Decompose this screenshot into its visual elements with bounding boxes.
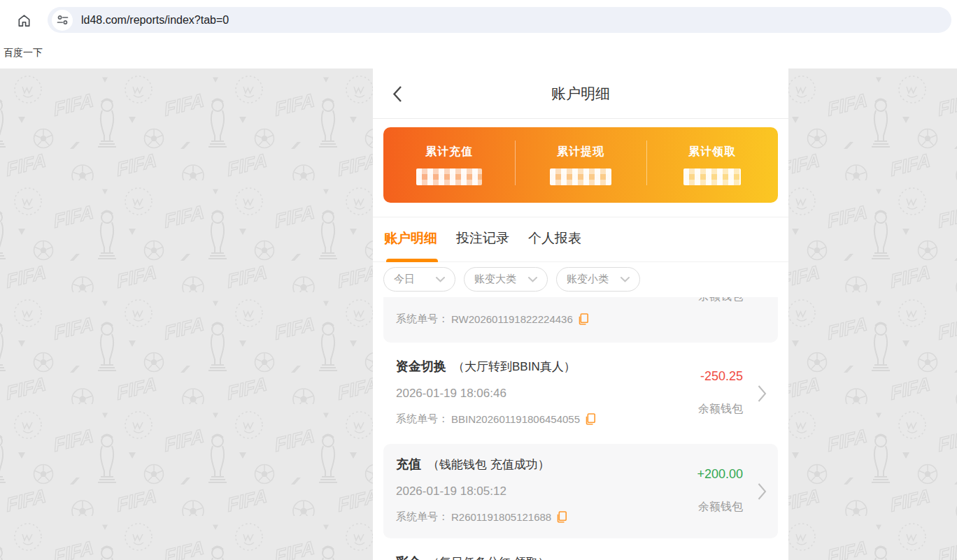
transaction-amount: +200.00 <box>697 467 743 481</box>
stat-total-claim: 累计领取 <box>646 145 778 185</box>
order-label: 系统单号： <box>396 313 448 326</box>
chevron-right-icon <box>758 482 767 501</box>
home-button[interactable] <box>15 11 33 29</box>
tab-personal-report[interactable]: 个人报表 <box>528 229 581 247</box>
wallet-label: 余额钱包 <box>698 402 743 417</box>
stat-total-deposit: 累计充值 <box>383 145 515 185</box>
filters-bar: 今日 账变大类 账变小类 <box>373 262 788 297</box>
order-label: 系统单号： <box>396 510 448 524</box>
filter-label: 账变大类 <box>474 273 516 286</box>
wallet-label: 余额钱包 <box>697 500 743 515</box>
stats-card: 累计充值 累计提现 累计领取 <box>383 127 778 203</box>
chevron-down-icon <box>436 277 445 282</box>
filter-label: 今日 <box>394 273 415 286</box>
transaction-type: 充值 <box>396 457 421 471</box>
transaction-note: （大厅转到BBIN真人） <box>453 360 576 373</box>
transaction-type: 资金切换 <box>396 359 446 373</box>
stat-label: 累计领取 <box>646 145 778 159</box>
transaction-row[interactable]: 资金切换（大厅转到BBIN真人） 2026-01-19 18:06:46 系统单… <box>383 346 778 440</box>
transaction-type: 彩金 <box>396 555 421 560</box>
wallet-label: 余额钱包 <box>698 297 743 304</box>
filter-major-category-select[interactable]: 账变大类 <box>464 267 548 292</box>
filter-minor-category-select[interactable]: 账变小类 <box>556 267 640 292</box>
stat-label: 累计提现 <box>515 145 646 159</box>
stat-total-withdraw: 累计提现 <box>515 145 646 185</box>
browser-toolbar: ld48.com/reports/index?tab=0 <box>0 0 957 39</box>
page-title: 账户明细 <box>373 69 788 118</box>
site-settings-button[interactable] <box>52 10 73 31</box>
transaction-row[interactable]: 2026-01-19 18:22:22 系统单号：RW2026011918222… <box>383 297 778 343</box>
filter-date-select[interactable]: 今日 <box>383 267 455 292</box>
transaction-amount: -250.25 <box>700 369 743 383</box>
redacted-value <box>683 168 741 185</box>
order-number: BBIN202601191806454055 <box>451 413 580 425</box>
stats-section: 累计充值 累计提现 累计领取 <box>373 119 788 217</box>
panel-header: 账户明细 <box>373 69 788 119</box>
stat-label: 累计充值 <box>383 145 515 159</box>
tab-account-detail[interactable]: 账户明细 <box>384 229 437 247</box>
tabs-bar: 账户明细 投注记录 个人报表 <box>373 217 788 262</box>
page-background: FIFA <box>0 69 957 560</box>
home-icon <box>16 13 32 29</box>
transaction-note: （钱能钱包 充值成功） <box>427 458 550 471</box>
transaction-list: 2026-01-19 18:22:22 系统单号：RW2026011918222… <box>383 297 778 560</box>
chevron-right-icon <box>758 385 767 403</box>
url-bar[interactable]: ld48.com/reports/index?tab=0 <box>48 7 951 33</box>
order-number: RW202601191822224436 <box>451 313 573 325</box>
order-number: R2601191805121688 <box>451 511 551 523</box>
tab-bet-records[interactable]: 投注记录 <box>456 229 509 247</box>
transaction-row[interactable]: 彩金（每日任务分红 领取） <box>383 542 778 560</box>
chevron-down-icon <box>621 277 630 282</box>
bookmark-baidu[interactable]: 百度一下 <box>3 47 43 59</box>
transaction-row[interactable]: 充值（钱能钱包 充值成功） 2026-01-19 18:05:12 系统单号：R… <box>383 444 778 538</box>
transaction-note: （每日任务分红 领取） <box>427 556 550 560</box>
bookmarks-bar: 百度一下 <box>0 39 957 69</box>
account-detail-panel: 账户明细 累计充值 累计提现 累计领取 账户明细 <box>373 69 788 560</box>
chevron-down-icon <box>528 277 537 282</box>
copy-icon[interactable] <box>579 313 589 325</box>
redacted-value <box>416 168 482 185</box>
order-label: 系统单号： <box>396 412 448 426</box>
back-button[interactable] <box>392 85 402 106</box>
copy-icon[interactable] <box>586 413 596 425</box>
chevron-left-icon <box>392 85 402 103</box>
redacted-value <box>550 168 611 185</box>
url-text: ld48.com/reports/index?tab=0 <box>81 14 229 27</box>
copy-icon[interactable] <box>557 511 567 523</box>
tune-icon <box>57 15 69 25</box>
filter-label: 账变小类 <box>567 273 609 286</box>
